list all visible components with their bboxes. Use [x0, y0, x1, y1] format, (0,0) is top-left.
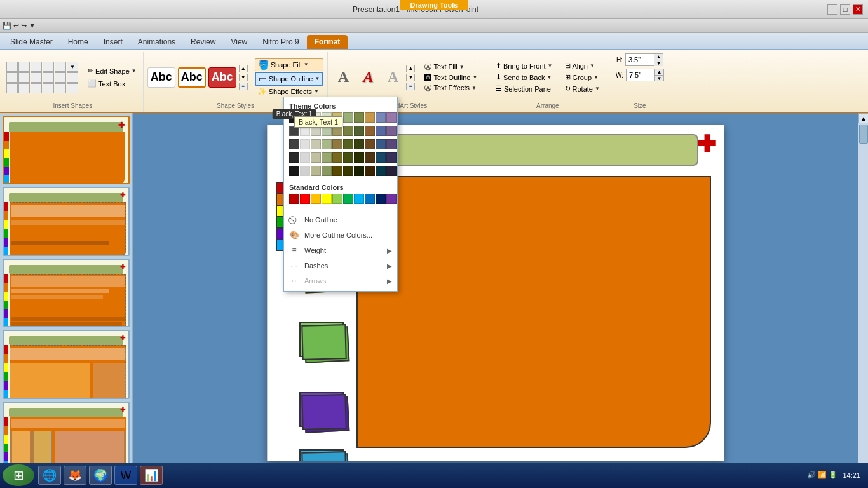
no-outline-item[interactable]: ⃠ No Outline [284, 212, 397, 227]
text-box-button[interactable]: ⬜ Text Box [85, 78, 139, 89]
sc-navy[interactable] [376, 194, 386, 204]
wordart-btn-2[interactable]: A [356, 66, 379, 89]
slide-thumb-1[interactable]: 1 ✚ [3, 116, 130, 184]
close-button[interactable]: ✕ [853, 4, 863, 15]
taskbar-app3[interactable]: 🌍 [89, 466, 112, 485]
abc-up[interactable]: ▲ [239, 65, 248, 72]
sc-darkred[interactable] [289, 194, 299, 204]
color-ssss7[interactable] [354, 166, 364, 176]
tab-nitro[interactable]: Nitro Pro 9 [255, 35, 306, 49]
send-back-button[interactable]: ⬇ Send to Back ▼ [493, 72, 555, 83]
color-sss8[interactable] [365, 152, 375, 163]
tab-slide-master[interactable]: Slide Master [3, 35, 60, 49]
color-ssss5[interactable] [332, 166, 342, 176]
color-t10[interactable] [386, 112, 397, 123]
text-effects-button[interactable]: Ⓐ Text Effects ▼ [422, 83, 480, 93]
color-sss9[interactable] [376, 152, 386, 163]
color-ss2[interactable] [300, 139, 310, 149]
color-ssss10[interactable] [386, 166, 397, 176]
taskbar-firefox[interactable]: 🦊 [64, 466, 86, 485]
color-ss4[interactable] [322, 139, 332, 149]
color-ssss1[interactable] [289, 166, 299, 176]
rotate-button[interactable]: ↻ Rotate ▼ [562, 83, 602, 94]
maximize-button[interactable]: □ [840, 4, 850, 15]
tab-animations[interactable]: Animations [130, 35, 183, 49]
shape-arrow[interactable] [43, 62, 54, 72]
wordart-btn-1[interactable]: A [332, 66, 355, 89]
shape-triangle[interactable] [31, 62, 42, 72]
slide-orange-main[interactable] [356, 176, 711, 448]
color-s8[interactable] [365, 126, 375, 136]
text-fill-button[interactable]: Ⓐ Text Fill ▼ [422, 62, 480, 72]
wa-up[interactable]: ▲ [406, 65, 415, 72]
slide-thumb-3[interactable]: 3 ✚ [3, 259, 130, 327]
color-ss7[interactable] [354, 139, 364, 149]
text-outline-button[interactable]: 🅰 Text Outline ▼ [422, 73, 480, 82]
height-up[interactable]: ▲ [654, 54, 663, 60]
abc-down[interactable]: ▼ [239, 74, 248, 81]
sc-purple[interactable] [386, 194, 397, 204]
shape-fill-button[interactable]: 🪣 Shape Fill ▼ [255, 58, 324, 71]
color-ssss4[interactable] [322, 166, 332, 176]
slide-title-box[interactable] [356, 134, 698, 166]
shape-effects-button[interactable]: ✨ Shape Effects ▼ [255, 86, 324, 97]
sc-orange[interactable] [311, 194, 321, 204]
slide-thumb-4[interactable]: 4 ✚ [3, 330, 130, 398]
color-s9[interactable] [376, 126, 386, 136]
sc-green[interactable] [332, 194, 342, 204]
shape-10[interactable] [31, 83, 42, 93]
abc-style-1[interactable]: Abc [147, 67, 175, 88]
sc-red[interactable] [300, 194, 310, 204]
color-ssss8[interactable] [365, 166, 375, 176]
color-ss8[interactable] [365, 139, 375, 149]
wa-more[interactable]: ≡ [406, 83, 415, 90]
slide-thumb-2[interactable]: 2 ✚ [3, 187, 130, 255]
sc-darkblue[interactable] [365, 194, 375, 204]
slide-thumb-5[interactable]: 5 ✚ [3, 402, 130, 470]
color-sss7[interactable] [354, 152, 364, 163]
sc-yellow[interactable] [322, 194, 332, 204]
tab-insert[interactable]: Insert [96, 35, 130, 49]
tab-format[interactable]: Format [307, 35, 348, 49]
dashes-item[interactable]: - - Dashes ▶ [284, 258, 397, 273]
tab-review[interactable]: Review [183, 35, 223, 49]
more-colors-item[interactable]: 🎨 More Outline Colors... [284, 227, 397, 243]
shape-rect[interactable] [6, 62, 18, 72]
color-ss3[interactable] [311, 139, 321, 149]
color-ssss2[interactable] [300, 166, 310, 176]
color-sss2[interactable] [300, 152, 310, 163]
color-t8[interactable] [365, 112, 375, 123]
shape-outline-button[interactable]: ▭ Shape Outline ▼ [255, 72, 324, 86]
start-button[interactable]: ⊞ [3, 464, 34, 486]
weight-item[interactable]: ≡ Weight ▶ [284, 243, 397, 258]
shape-7[interactable] [67, 72, 78, 83]
shape-6[interactable] [55, 72, 66, 83]
color-s6[interactable] [343, 126, 353, 136]
sc-darkgreen[interactable] [343, 194, 353, 204]
shape-star[interactable] [55, 62, 66, 72]
taskbar-ie[interactable]: 🌐 [38, 466, 61, 485]
tab-view[interactable]: View [223, 35, 255, 49]
color-ssss3[interactable] [311, 166, 321, 176]
color-sss6[interactable] [343, 152, 353, 163]
color-ss5[interactable] [332, 139, 342, 149]
abc-more[interactable]: ≡ [239, 83, 248, 90]
shape-5[interactable] [43, 72, 54, 83]
width-spinner[interactable]: 7.5" ▲ ▼ [626, 69, 664, 81]
color-ssss9[interactable] [376, 166, 386, 176]
shape-4[interactable] [31, 72, 42, 83]
taskbar-pp[interactable]: 📊 [140, 466, 163, 485]
color-sss3[interactable] [311, 152, 321, 163]
shape-more[interactable] [67, 83, 78, 93]
color-sss1[interactable] [289, 152, 299, 163]
color-sss5[interactable] [332, 152, 342, 163]
tab-home[interactable]: Home [60, 35, 96, 49]
abc-style-3[interactable]: Abc [208, 67, 236, 88]
scroll-up-button[interactable]: ▲ [858, 113, 868, 123]
taskbar-word[interactable]: W [114, 466, 137, 485]
color-t7[interactable] [354, 112, 364, 123]
sc-blue[interactable] [354, 194, 364, 204]
group-button[interactable]: ⊞ Group ▼ [562, 72, 602, 83]
selection-pane-button[interactable]: ☰ Selection Pane [493, 83, 555, 94]
wordart-btn-3[interactable]: A [381, 66, 404, 89]
